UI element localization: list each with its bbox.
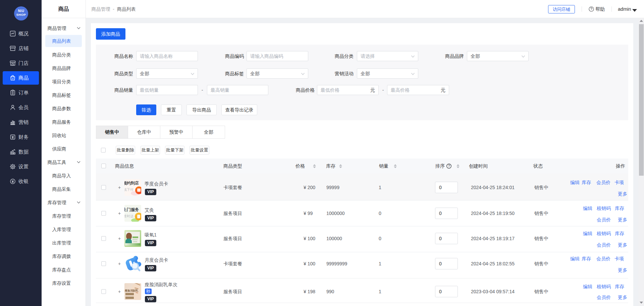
svg-text:?: ? <box>448 164 450 168</box>
